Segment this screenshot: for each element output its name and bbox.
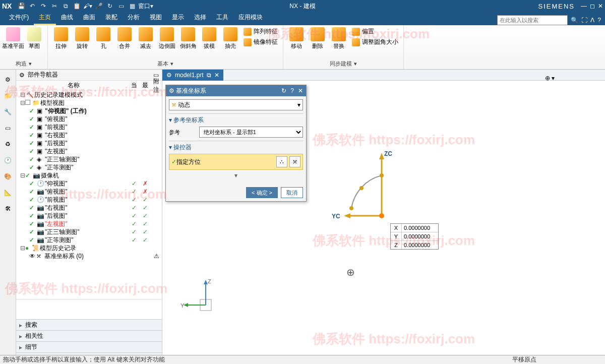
close-icon[interactable]: ✕: [598, 3, 603, 10]
point-dialog-icon[interactable]: ∴: [276, 156, 287, 167]
tree-item[interactable]: ✓📷"右视图"✓✓: [16, 204, 162, 212]
coord-input[interactable]: 0.0000000: [402, 232, 438, 240]
datum-csys-handle[interactable]: ZC YC: [344, 150, 419, 226]
dialog-reset-icon[interactable]: ↻: [281, 87, 286, 94]
nav-tree-icon[interactable]: 📁: [1, 89, 15, 103]
minimize-icon[interactable]: —: [581, 3, 587, 10]
search-input[interactable]: [497, 15, 568, 25]
help2-icon[interactable]: ?: [597, 17, 601, 24]
tree-item[interactable]: ✓◈"正三轴测图": [16, 155, 162, 163]
copy-icon[interactable]: ⧉: [60, 1, 71, 11]
section-manipulator[interactable]: 操控器: [169, 141, 303, 154]
multi-icon[interactable]: ▦: [127, 1, 137, 11]
tab-popout-icon[interactable]: ⧉: [207, 72, 211, 79]
csys-type-select[interactable]: ⤱ 动态▾: [169, 99, 303, 110]
expand-icon[interactable]: ⛶: [581, 17, 587, 24]
reuse-icon[interactable]: ♻: [1, 137, 15, 151]
ribbon-草图[interactable]: 草图: [24, 26, 44, 51]
ref-select[interactable]: 绝对坐标系 - 显示部1: [199, 127, 303, 138]
section-reference[interactable]: 参考坐标系: [169, 113, 303, 127]
paste-icon[interactable]: 📋: [72, 1, 82, 11]
accordion-搜索[interactable]: 搜索: [16, 320, 162, 331]
menu-6[interactable]: 视图: [145, 11, 167, 25]
history-icon[interactable]: 🕐: [1, 153, 15, 167]
tree-item[interactable]: ✓📷"正三轴测图"✓✓: [16, 228, 162, 236]
ribbon-抽壳[interactable]: 抽壳: [220, 26, 240, 51]
window-menu[interactable]: 窗口▾: [138, 1, 153, 11]
menu-10[interactable]: 应用模块: [233, 11, 268, 25]
save-icon[interactable]: 💾: [16, 1, 26, 11]
color-icon[interactable]: 🎨: [1, 169, 15, 184]
tree-item[interactable]: ⊟● 📜模型历史记录: [16, 244, 162, 252]
tree-item[interactable]: ✓📷"正等测图"✓✓: [16, 236, 162, 244]
tree-item[interactable]: ⊟✓📷摄像机: [16, 171, 162, 179]
tree-item[interactable]: ✓▣"仰视图" (工作): [16, 107, 162, 115]
settings-icon[interactable]: ⚙: [1, 73, 15, 87]
tree-item[interactable]: ✓▣"左视图": [16, 147, 162, 155]
menu-4[interactable]: 装配: [100, 11, 123, 25]
redo-icon[interactable]: ↷: [38, 1, 48, 11]
ribbon-旋转[interactable]: 旋转: [72, 26, 92, 51]
measure-icon[interactable]: 📐: [1, 186, 15, 200]
view-target-icon[interactable]: ⊕ ▾: [545, 75, 555, 82]
tree-item[interactable]: ✓▣"后视图": [16, 139, 162, 147]
menu-3[interactable]: 曲面: [78, 11, 100, 25]
ribbon-孔[interactable]: 孔: [93, 26, 113, 51]
accordion-细节[interactable]: 细节: [16, 342, 162, 353]
ribbon-偏置[interactable]: 偏置: [350, 26, 400, 37]
menu-0[interactable]: 文件(F): [4, 11, 34, 25]
redo2-icon[interactable]: ↻: [105, 1, 115, 11]
cut-icon[interactable]: ✂: [49, 1, 59, 11]
csys-dialog-icon[interactable]: ⤱: [289, 156, 300, 167]
tree-item[interactable]: ✓▣"俯视图": [16, 115, 162, 123]
tree-item[interactable]: ✓🕐"前视图"✓✓: [16, 196, 162, 204]
ribbon-基准平面[interactable]: 基准平面: [3, 26, 23, 51]
help-icon[interactable]: ᐱ: [590, 17, 594, 24]
dialog-close-icon[interactable]: ✕: [298, 87, 303, 94]
menu-2[interactable]: 曲线: [56, 11, 78, 25]
tree-item[interactable]: ✓◈"正等测图": [16, 163, 162, 171]
ribbon-镜像特征[interactable]: 镜像特征: [241, 37, 280, 47]
brush-icon[interactable]: 🖌▾: [83, 1, 93, 11]
accordion-相关性[interactable]: 相关性: [16, 331, 162, 342]
constraint-icon[interactable]: ▭: [1, 121, 15, 135]
dialog-help-icon[interactable]: ?: [290, 87, 294, 94]
tree-item[interactable]: ⊟📁模型视图: [16, 99, 162, 107]
ribbon-移动[interactable]: 移动: [286, 26, 307, 51]
tree-item[interactable]: ✓▣"前视图": [16, 123, 162, 131]
window-icon[interactable]: ▭: [116, 1, 126, 11]
cancel-button[interactable]: 取消: [281, 187, 303, 198]
menu-5[interactable]: 分析: [123, 11, 145, 25]
tree-item[interactable]: ✓🕐"仰视图"✓✗: [16, 179, 162, 188]
menu-7[interactable]: 显示: [167, 11, 189, 25]
expand-more-icon[interactable]: ▾: [169, 170, 303, 181]
ribbon-调整圆角大小[interactable]: 调整圆角大小: [350, 37, 400, 47]
graphics-canvas[interactable]: ⚙ model1.prt ⧉ ✕ ⊕ ▾ ⚙ 基准坐标系 ↻ ? ✕ ⤱ 动态▾: [162, 70, 605, 364]
ribbon-减去[interactable]: 减去: [136, 26, 156, 51]
tree-item[interactable]: ⊟🔨历史记录建模模式: [16, 91, 162, 99]
tree-item[interactable]: ✓📷"左视图"✓✓: [16, 220, 162, 228]
ribbon-替换[interactable]: 替换: [329, 26, 349, 51]
tree-item[interactable]: ✓📷"后视图"✓✓: [16, 212, 162, 220]
ribbon-拉伸[interactable]: 拉伸: [51, 26, 71, 51]
tree-item[interactable]: 👁⤱基准坐标系 (0)⚠: [16, 252, 162, 260]
tools-icon[interactable]: 🛠: [1, 202, 15, 216]
menu-9[interactable]: 工具: [211, 11, 233, 25]
menu-8[interactable]: 选择: [189, 11, 211, 25]
model-tree[interactable]: ⊟🔨历史记录建模模式⊟📁模型视图✓▣"仰视图" (工作)✓▣"俯视图"✓▣"前视…: [16, 91, 162, 299]
tree-item[interactable]: ✓📷"俯视图"✓✗: [16, 188, 162, 196]
search-icon[interactable]: 🔍: [571, 17, 578, 24]
ribbon-合并[interactable]: 合并: [114, 26, 135, 51]
model-tab[interactable]: ⚙ model1.prt ⧉ ✕: [162, 70, 223, 81]
ribbon-边倒圆[interactable]: 边倒圆: [157, 26, 177, 51]
ribbon-删除[interactable]: 删除: [308, 26, 328, 51]
ribbon-拔模[interactable]: 拔模: [199, 26, 219, 51]
assembly-icon[interactable]: 🔧: [1, 105, 15, 119]
tab-close-icon[interactable]: ✕: [214, 72, 219, 79]
menu-1[interactable]: 主页: [34, 11, 56, 25]
ribbon-倒斜角[interactable]: 倒斜角: [178, 26, 198, 51]
mic-icon[interactable]: 🎤: [94, 1, 104, 11]
ok-button[interactable]: < 确定 >: [246, 187, 278, 198]
gear-icon[interactable]: ⚙: [19, 72, 25, 79]
maximize-icon[interactable]: ◻: [590, 3, 595, 10]
